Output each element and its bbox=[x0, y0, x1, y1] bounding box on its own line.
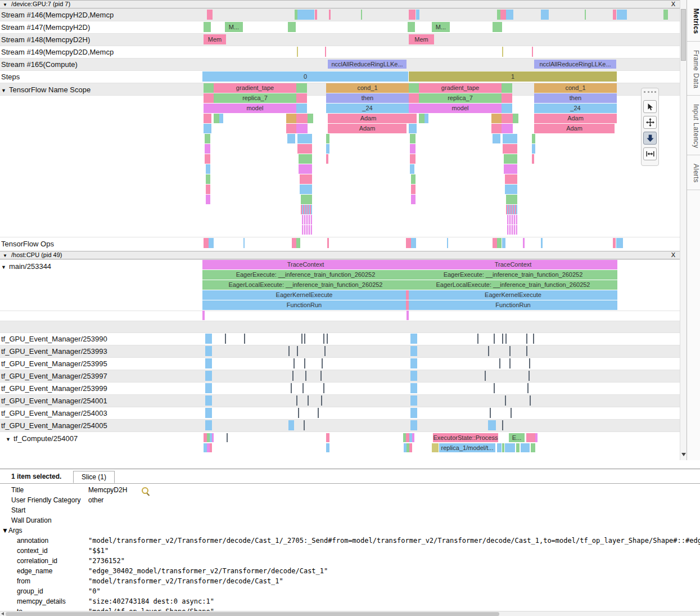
trace-event[interactable] bbox=[296, 395, 297, 406]
timing-tool-button[interactable] bbox=[643, 147, 657, 160]
collapse-icon[interactable]: ▼ bbox=[3, 2, 7, 7]
trace-event[interactable] bbox=[497, 443, 502, 452]
trace-event[interactable] bbox=[494, 334, 495, 344]
trace-event[interactable] bbox=[410, 420, 417, 430]
vertical-scrollbar[interactable] bbox=[680, 0, 687, 460]
trace-event[interactable] bbox=[302, 215, 312, 224]
trace-event[interactable]: Mem bbox=[409, 34, 434, 44]
trace-event[interactable] bbox=[409, 443, 412, 452]
trace-event[interactable]: _24 bbox=[326, 104, 409, 113]
trace-event[interactable] bbox=[205, 383, 212, 393]
trace-event[interactable] bbox=[329, 10, 331, 20]
trace-event[interactable]: replica_7 bbox=[419, 93, 502, 103]
trace-event[interactable] bbox=[502, 420, 503, 430]
trace-event[interactable] bbox=[205, 134, 210, 143]
trace-event[interactable] bbox=[204, 104, 214, 113]
trace-event[interactable] bbox=[293, 358, 295, 368]
gpu-close-button[interactable]: X bbox=[671, 1, 675, 8]
trace-event[interactable] bbox=[212, 433, 214, 442]
trace-event[interactable] bbox=[410, 346, 417, 356]
trace-event[interactable]: EagerKernelExecute bbox=[409, 290, 617, 300]
trace-event[interactable] bbox=[504, 164, 517, 174]
trace-event[interactable]: EagerLocalExecute: __inference_train_fun… bbox=[202, 280, 409, 290]
trace-event[interactable] bbox=[204, 238, 209, 248]
trace-event[interactable] bbox=[243, 238, 245, 248]
trace-event[interactable] bbox=[502, 93, 512, 103]
trace-event[interactable] bbox=[502, 114, 513, 123]
trace-event[interactable] bbox=[296, 93, 307, 103]
pan-tool-button[interactable] bbox=[643, 116, 657, 129]
trace-event[interactable] bbox=[502, 104, 512, 113]
trace-event[interactable] bbox=[299, 154, 312, 164]
trace-event[interactable]: gradient_tape bbox=[214, 83, 296, 93]
trace-event[interactable] bbox=[506, 205, 517, 214]
trace-event[interactable] bbox=[541, 10, 549, 20]
side-tab-metrics[interactable]: Metrics bbox=[687, 0, 700, 42]
trace-event[interactable] bbox=[509, 358, 511, 368]
host-section-header[interactable]: ▼ /host:CPU (pid 49) X bbox=[0, 251, 680, 259]
trace-event[interactable] bbox=[297, 47, 298, 57]
trace-event[interactable] bbox=[502, 83, 512, 93]
trace-event[interactable] bbox=[502, 238, 505, 248]
trace-event[interactable] bbox=[288, 346, 290, 356]
trace-event[interactable] bbox=[408, 22, 415, 32]
trace-event[interactable] bbox=[409, 104, 419, 113]
trace-event[interactable]: gradient_tape bbox=[419, 83, 502, 93]
trace-event[interactable] bbox=[506, 10, 513, 20]
trace-event[interactable] bbox=[410, 383, 417, 393]
select-tool-button[interactable] bbox=[643, 100, 657, 113]
collapse-icon[interactable]: ▼ bbox=[3, 253, 7, 258]
trace-event[interactable] bbox=[361, 10, 362, 20]
trace-event[interactable] bbox=[297, 346, 298, 356]
trace-event[interactable]: ExecutorState::Process bbox=[433, 433, 498, 442]
trace-event[interactable] bbox=[407, 311, 409, 320]
trace-event[interactable] bbox=[298, 408, 299, 418]
trace-event[interactable]: FunctionRun bbox=[409, 300, 617, 310]
trace-event[interactable] bbox=[410, 334, 417, 344]
trace-event[interactable] bbox=[291, 383, 292, 393]
trace-event[interactable] bbox=[288, 420, 294, 430]
trace-event[interactable] bbox=[526, 334, 527, 344]
vertical-scrollbar-thumb[interactable] bbox=[681, 9, 686, 61]
trace-event[interactable] bbox=[491, 114, 502, 123]
horizontal-scrollbar-thumb[interactable] bbox=[6, 612, 499, 616]
trace-event[interactable] bbox=[205, 358, 212, 368]
trace-event[interactable] bbox=[322, 358, 323, 368]
trace-event[interactable] bbox=[410, 395, 417, 406]
trace-event[interactable] bbox=[432, 443, 439, 452]
trace-event[interactable]: TraceContext bbox=[409, 260, 617, 269]
trace-event[interactable] bbox=[292, 371, 293, 381]
trace-event[interactable] bbox=[410, 358, 417, 368]
trace-event[interactable] bbox=[505, 174, 517, 184]
trace-event[interactable] bbox=[535, 433, 538, 442]
trace-event[interactable] bbox=[419, 114, 424, 123]
trace-event[interactable] bbox=[485, 371, 486, 381]
trace-event[interactable] bbox=[523, 238, 525, 248]
side-tab-frame-data[interactable]: Frame Data bbox=[687, 42, 700, 96]
trace-event[interactable] bbox=[297, 10, 314, 20]
trace-event[interactable] bbox=[412, 433, 414, 442]
trace-event[interactable] bbox=[503, 144, 517, 154]
trace-event[interactable] bbox=[502, 443, 504, 452]
trace-event[interactable] bbox=[529, 371, 530, 381]
trace-event[interactable] bbox=[532, 47, 533, 57]
trace-event[interactable]: EagerKernelExecute bbox=[202, 290, 406, 300]
track-label[interactable]: ▼tf_Compute/254007 bbox=[6, 433, 78, 445]
trace-event[interactable]: EagerExecute: __inference_train_function… bbox=[202, 270, 409, 280]
trace-event[interactable] bbox=[410, 144, 416, 154]
trace-event[interactable] bbox=[411, 238, 416, 248]
track-label[interactable]: ▼TensorFlow Name Scope bbox=[1, 84, 91, 96]
trace-event[interactable] bbox=[505, 334, 507, 344]
trace-event[interactable] bbox=[244, 334, 245, 344]
trace-event[interactable] bbox=[488, 346, 489, 356]
side-tab-alerts[interactable]: Alerts bbox=[687, 155, 700, 190]
trace-event[interactable] bbox=[326, 154, 328, 164]
trace-event[interactable] bbox=[214, 114, 219, 123]
trace-event[interactable] bbox=[292, 238, 296, 248]
trace-event[interactable] bbox=[531, 443, 535, 452]
trace-event[interactable] bbox=[209, 238, 214, 248]
trace-event[interactable] bbox=[506, 195, 517, 204]
trace-event[interactable] bbox=[300, 174, 312, 184]
trace-event[interactable] bbox=[299, 164, 312, 174]
trace-event[interactable] bbox=[227, 433, 228, 442]
